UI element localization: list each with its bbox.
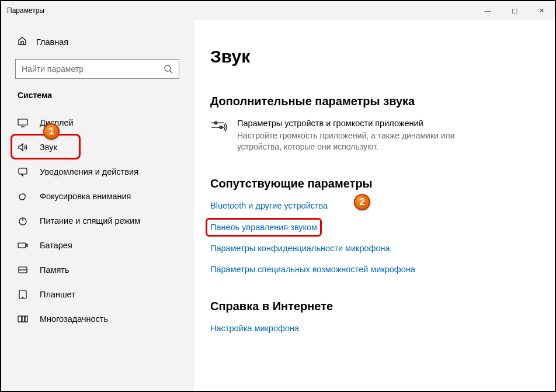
close-button[interactable]: ✕ <box>528 1 555 20</box>
sidebar-item-label: Фокусировка внимания <box>40 192 131 201</box>
title-bar: Параметры — ▢ ✕ <box>1 1 555 20</box>
annotation-marker-2: 2 <box>354 194 370 210</box>
sidebar-item-label: Звук <box>40 143 57 152</box>
sidebar: Главная Система Дисплей Звук 1 <box>1 20 194 391</box>
sidebar-item-label: Память <box>40 265 70 275</box>
svg-rect-2 <box>19 168 27 174</box>
sidebar-item-focus[interactable]: Фокусировка внимания <box>1 184 193 209</box>
multitask-icon <box>18 314 28 324</box>
svg-point-0 <box>165 65 171 71</box>
display-icon <box>18 117 28 128</box>
sidebar-item-label: Питание и спящий режим <box>40 216 140 226</box>
advanced-heading: Дополнительные параметры звука <box>210 95 531 108</box>
search-box[interactable] <box>15 59 179 79</box>
search-input[interactable] <box>22 64 164 74</box>
app-volume-device-preferences[interactable]: Параметры устройств и громкости приложен… <box>210 119 531 152</box>
minimize-button[interactable]: — <box>474 1 501 20</box>
sound-icon <box>18 142 28 152</box>
sidebar-item-storage[interactable]: Память <box>1 258 193 282</box>
link-bluetooth-devices[interactable]: Bluetooth и другие устройства <box>210 201 531 210</box>
link-sound-control-panel[interactable]: Панель управления звуком <box>210 223 317 232</box>
sliders-icon <box>210 119 228 152</box>
power-icon <box>18 216 28 226</box>
sidebar-item-display[interactable]: Дисплей <box>1 110 193 135</box>
search-icon <box>164 64 173 74</box>
focus-icon <box>18 191 28 202</box>
sidebar-item-sound[interactable]: Звук 1 <box>1 135 193 159</box>
home-icon <box>18 36 27 47</box>
home-button[interactable]: Главная <box>1 32 193 52</box>
home-label: Главная <box>36 37 68 47</box>
svg-rect-11 <box>25 316 27 322</box>
sidebar-item-label: Уведомления и действия <box>40 167 138 176</box>
advanced-item-desc: Настройте громкость приложений, а также … <box>237 130 488 152</box>
annotation-marker-1: 1 <box>43 123 60 140</box>
related-heading: Сопутствующие параметры <box>210 177 531 190</box>
link-mic-ease-of-access[interactable]: Параметры специальных возможностей микро… <box>210 265 531 274</box>
svg-rect-9 <box>18 316 22 322</box>
link-mic-privacy[interactable]: Параметры конфиденциальности микрофона <box>210 244 531 253</box>
sidebar-item-multitask[interactable]: Многозадачность <box>1 307 193 331</box>
svg-rect-5 <box>26 244 27 247</box>
page-title: Звук <box>210 47 531 67</box>
battery-icon <box>18 240 28 251</box>
advanced-item-title: Параметры устройств и громкости приложен… <box>237 119 488 128</box>
sidebar-item-label: Планшет <box>40 290 75 299</box>
sidebar-item-label: Батарея <box>40 241 72 250</box>
main-content: Звук Дополнительные параметры звука Пара… <box>194 20 555 391</box>
sidebar-item-notifications[interactable]: Уведомления и действия <box>1 159 193 184</box>
window-title: Параметры <box>7 6 44 15</box>
svg-point-8 <box>22 297 23 297</box>
sidebar-item-battery[interactable]: Батарея <box>1 233 193 258</box>
svg-rect-1 <box>18 119 27 125</box>
svg-rect-10 <box>22 316 25 322</box>
tablet-icon <box>18 289 28 300</box>
sidebar-section-label: Система <box>1 91 193 110</box>
link-setup-microphone[interactable]: Настройка микрофона <box>210 324 531 333</box>
sidebar-item-power[interactable]: Питание и спящий режим <box>1 209 193 233</box>
sidebar-item-label: Многозадачность <box>40 314 108 324</box>
window-controls: — ▢ ✕ <box>474 1 555 20</box>
help-heading: Справка в Интернете <box>210 300 531 313</box>
notifications-icon <box>18 166 28 177</box>
maximize-button[interactable]: ▢ <box>501 1 528 20</box>
sidebar-item-tablet[interactable]: Планшет <box>1 282 193 307</box>
svg-rect-4 <box>18 243 26 248</box>
storage-icon <box>18 265 28 275</box>
